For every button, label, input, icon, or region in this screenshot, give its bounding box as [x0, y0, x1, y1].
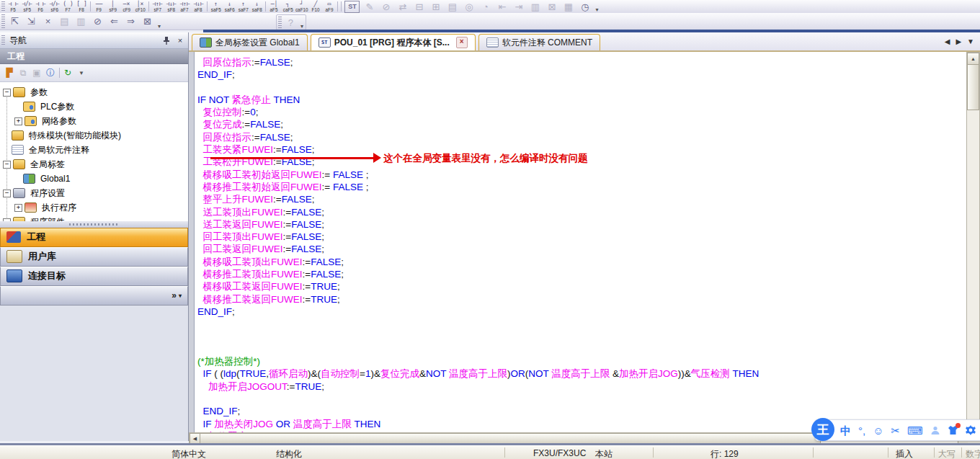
expand-icon[interactable]: +: [14, 204, 22, 212]
edit-tool-icon[interactable]: ⇱: [6, 14, 23, 29]
editor-tool-icon[interactable]: ⊠: [543, 0, 560, 14]
ladder-cf10-button[interactable]: │×cF10: [133, 1, 147, 13]
collapse-icon[interactable]: −: [3, 190, 11, 197]
toolbar-overflow-icon[interactable]: ▾: [595, 6, 598, 13]
edit-tool-icon[interactable]: ×: [40, 14, 56, 29]
panel-splitter[interactable]: [0, 221, 188, 228]
tree-item-plc[interactable]: PLC参数: [0, 99, 188, 114]
edit-tool-icon[interactable]: ⊘: [89, 14, 106, 29]
ime-chinese-mode-icon[interactable]: 中: [840, 425, 851, 436]
paste-icon[interactable]: ▣: [30, 66, 43, 79]
refresh-icon[interactable]: ↻: [61, 66, 74, 79]
nav-button-连接目标[interactable]: 连接目标: [0, 267, 188, 286]
new-item-icon[interactable]: ▛: [3, 66, 16, 79]
expand-icon[interactable]: +: [14, 117, 22, 125]
tree-item-[interactable]: −全局标签: [0, 157, 188, 171]
editor-tool-icon[interactable]: ◷: [576, 0, 593, 14]
ladder-cf9-button[interactable]: ─×cF9: [120, 1, 133, 13]
help-icon[interactable]: ?: [283, 15, 298, 30]
document-tab-2[interactable]: STPOU_01 [PRG] 程序本体 [S...×: [311, 34, 476, 50]
scroll-up-icon[interactable]: ▲: [967, 53, 979, 65]
ladder-f9-button[interactable]: ──F9: [92, 1, 106, 13]
vertical-scrollbar[interactable]: ▲ ▼: [966, 52, 980, 434]
ladder-sf6-button[interactable]: ⊣/⊢sF6: [48, 1, 61, 13]
ladder-f6-button[interactable]: ⊣ ⊢F6: [34, 1, 48, 13]
vertical-scroll-thumb[interactable]: [967, 64, 979, 110]
ime-clip-icon[interactable]: ✂: [891, 425, 901, 436]
toolbar-grip[interactable]: [278, 17, 282, 28]
editor-tool-icon[interactable]: ST: [344, 1, 360, 13]
tree-item-[interactable]: 全局软元件注释: [0, 143, 188, 157]
tree-item-[interactable]: +执行程序: [0, 200, 188, 215]
ladder-saf6-button[interactable]: ↓saF6: [223, 1, 236, 13]
ime-emoji-icon[interactable]: ☺: [873, 425, 883, 436]
ladder-saf7-button[interactable]: ↑saF7: [236, 1, 250, 13]
collapse-icon[interactable]: −: [3, 89, 11, 97]
editor-tool-icon[interactable]: ▤: [444, 0, 460, 14]
edit-tool-icon[interactable]: ⇐: [106, 14, 122, 29]
editor-tool-icon[interactable]: ✎: [361, 0, 378, 14]
editor-tool-icon[interactable]: ◔: [477, 0, 494, 14]
ladder-caf5-button[interactable]: ┐caF5: [281, 1, 295, 13]
ladder-af7-button[interactable]: ⊣↑⊢aF7: [178, 1, 192, 13]
tab-close-icon[interactable]: ×: [456, 37, 468, 48]
copy-icon[interactable]: ⧉: [17, 66, 30, 79]
ime-logo-icon[interactable]: 王: [811, 418, 834, 441]
ime-punctuation-icon[interactable]: °,: [858, 425, 865, 436]
edit-tool-icon[interactable]: ⇲: [23, 14, 40, 29]
ladder-sf9-button[interactable]: │sF9: [106, 1, 120, 13]
collapse-icon[interactable]: −: [3, 161, 11, 169]
data-info-icon[interactable]: ⓘ: [44, 66, 57, 79]
ladder-f7-button[interactable]: ( )F7: [61, 1, 75, 13]
editor-tool-icon[interactable]: ⊘: [378, 0, 394, 14]
tree-item-[interactable]: −参数: [0, 85, 188, 99]
sort-filter-icon[interactable]: ▼: [75, 66, 88, 79]
edit-tool-icon[interactable]: ▥: [73, 14, 89, 29]
editor-tool-icon[interactable]: ⇥: [510, 0, 527, 14]
ime-account-icon[interactable]: [930, 425, 940, 435]
edit-tool-icon[interactable]: ⇒: [122, 14, 139, 29]
ladder-f5-button[interactable]: ⊣ ⊢F5: [6, 1, 20, 13]
ime-skin-icon[interactable]: [948, 425, 958, 435]
ime-keyboard-icon[interactable]: ⌨: [907, 425, 923, 436]
ladder-saf5-button[interactable]: ↑saF5: [209, 1, 223, 13]
edit-tool-icon[interactable]: ⊠: [139, 14, 156, 29]
collapse-icon[interactable]: −: [3, 218, 11, 221]
nav-button-工程[interactable]: 工程: [0, 228, 188, 247]
document-tab-3[interactable]: 软元件注释 COMMENT: [478, 34, 600, 50]
editor-tool-icon[interactable]: ◎: [460, 0, 477, 14]
ladder-sf8-button[interactable]: ⊣↓⊢sF8: [164, 1, 178, 13]
edit-tool-icon[interactable]: ▤: [56, 14, 73, 29]
tree-item-[interactable]: +网络参数: [0, 114, 188, 128]
ladder-f8-button[interactable]: [ ]F8: [75, 1, 89, 13]
tree-item-[interactable]: −程序部件: [0, 215, 188, 221]
scroll-left-icon[interactable]: ◀: [190, 433, 200, 444]
editor-tool-icon[interactable]: ▥: [527, 0, 543, 14]
toolbar-overflow-icon[interactable]: ▾: [158, 23, 161, 30]
nav-more-buttons[interactable]: »▾: [0, 286, 188, 306]
editor-tool-icon[interactable]: ⊟: [411, 0, 427, 14]
ladder-caf10-button[interactable]: ┘caF10: [295, 1, 308, 13]
toolbar-overflow-icon[interactable]: ▾: [300, 23, 303, 30]
close-icon[interactable]: ×: [174, 35, 186, 46]
tab-scroll-right-icon[interactable]: ▶: [956, 37, 961, 45]
ime-settings-icon[interactable]: [966, 425, 976, 435]
pin-icon[interactable]: [161, 35, 172, 46]
ladder-af5-button[interactable]: ─│aF5: [267, 1, 281, 13]
st-code-area[interactable]: 回原位指示:=FALSE;END_IF; IF NOT 紧急停止 THEN 复位…: [195, 52, 967, 432]
tab-list-icon[interactable]: ▼: [967, 37, 974, 45]
nav-button-用户库[interactable]: 用户库: [0, 247, 188, 267]
editor-tool-icon[interactable]: ⇄: [394, 0, 411, 14]
toolbar-grip[interactable]: [1, 1, 5, 12]
ladder-sf5-button[interactable]: ⊣/⊢sF5: [20, 1, 34, 13]
ladder-af9-button[interactable]: ▭aF9: [322, 1, 336, 13]
editor-tool-icon[interactable]: ⇤: [494, 0, 510, 14]
tab-scroll-left-icon[interactable]: ◀: [945, 37, 950, 45]
ladder-f10-button[interactable]: ╱F10: [308, 1, 322, 13]
ladder-af8-button[interactable]: ⊣↓⊢aF8: [192, 1, 205, 13]
editor-tool-icon[interactable]: ▦: [560, 0, 576, 14]
tree-item-[interactable]: 特殊模块(智能功能模块): [0, 128, 188, 143]
panel-grip[interactable]: [1, 35, 5, 45]
document-tab-1[interactable]: 全局标签设置 Global1: [192, 34, 308, 50]
ladder-saf8-button[interactable]: ↓saF8: [250, 1, 264, 13]
